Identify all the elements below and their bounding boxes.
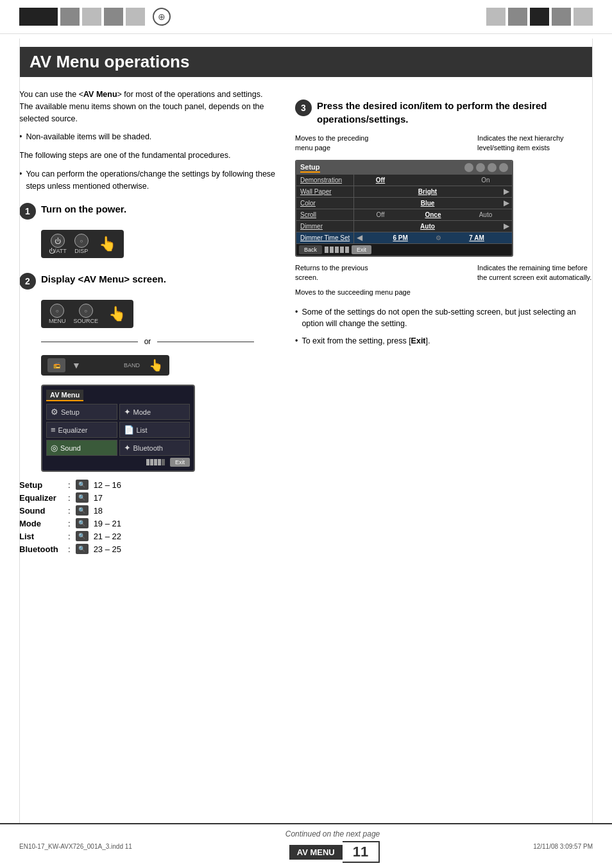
setup-values-dimmer: Auto ▶ (354, 221, 512, 232)
setup-val-bright: Bright (354, 186, 501, 197)
ref-sound-pages: 18 (94, 506, 103, 516)
power-button-demo: ⏻ ⏻/ATT ○ DISP 👆 (41, 230, 124, 258)
step1-title: Turn on the power. (41, 202, 126, 216)
setup-label-dimmer-time: Dimmer Time Set (296, 232, 354, 243)
ref-row-setup: Setup : 🔍 12 – 16 (19, 480, 276, 490)
av-menu-mode-label: Mode (133, 408, 151, 416)
ref-row-mode: Mode : 🔍 19 – 21 (19, 518, 276, 528)
setup-values-wallpaper: Bright ▶ (354, 186, 512, 197)
page-title: AV Menu operations (19, 47, 593, 77)
disp-label: DISP (74, 248, 88, 254)
setup-row-wallpaper: Wall Paper Bright ▶ (296, 186, 512, 198)
setup-label-scroll: Scroll (296, 209, 354, 220)
setup-row-demonstration: Demonstration Off On (296, 175, 512, 186)
bar-block-8 (530, 8, 549, 26)
disp-button: ○ DISP (74, 234, 89, 254)
setup-label-wallpaper: Wall Paper (296, 186, 354, 197)
setup-icon-2 (476, 163, 485, 172)
step3-heading: 3 Press the desired icon/item to perform… (295, 99, 593, 126)
menu-button: ○ MENU (49, 304, 66, 324)
setup-val-auto: Auto (354, 221, 501, 232)
av-menu-grid: ⚙ Setup ✦ Mode ≡ Equalizer 📄 List (46, 404, 190, 456)
setup-bottom-bar: Back Exit (296, 244, 512, 256)
menu-circle: ○ (50, 304, 64, 318)
setup-val-clock: ⚙ (436, 234, 441, 241)
setup-menu-screenshot: Setup Demonstration Off On (295, 160, 513, 257)
av-menu-setup-label: Setup (61, 408, 80, 416)
step3-number: 3 (295, 100, 312, 116)
source-button: ○ SOURCE (74, 304, 99, 324)
ref-list-pages: 21 – 22 (94, 532, 121, 541)
annotation-bottom-right: Indicates the remaining time before the … (477, 263, 593, 283)
bar-block-10 (574, 8, 593, 26)
ref-equalizer-label: Equalizer (19, 493, 64, 503)
top-decorative-bar: ⊕ (0, 0, 612, 34)
page-label: AV MENU (289, 845, 343, 860)
continued-text: Continued on the next page (285, 829, 380, 838)
setup-arrow-back: ◀ (354, 233, 365, 242)
ref-bluetooth-pages: 23 – 25 (94, 544, 121, 554)
ref-sound-icon: 🔍 (76, 505, 89, 516)
progress-indicator (325, 247, 349, 253)
bar-block-1 (19, 8, 58, 26)
ref-bluetooth-icon: 🔍 (76, 544, 89, 554)
setup-label-demonstration: Demonstration (296, 175, 354, 186)
ref-row-bluetooth: Bluetooth : 🔍 23 – 25 (19, 544, 276, 554)
exit-button: Exit (170, 458, 190, 467)
mode-icon: ✦ (124, 407, 131, 417)
reference-table: Setup : 🔍 12 – 16 Equalizer : 🔍 17 Sound… (19, 480, 276, 554)
setup-row-dimmer: Dimmer Auto ▶ (296, 221, 512, 232)
setup-arrow-dimmer: ▶ (501, 221, 512, 230)
av-menu-screenshot: AV Menu ⚙ Setup ✦ Mode ≡ Equalizer (41, 385, 195, 472)
av-menu-bluetooth-label: Bluetooth (133, 444, 163, 452)
setup-values-scroll: Off Once Auto (354, 209, 512, 220)
setup-val-off: Off (354, 175, 407, 186)
step2-heading: 2 Display <AV Menu> screen. (19, 272, 276, 290)
bottom-annotations: Returns to the previous screen. Indicate… (295, 263, 593, 283)
ref-setup-pages: 12 – 16 (94, 480, 121, 490)
power-att-circle: ⏻ (51, 234, 65, 248)
band-label: BAND (124, 362, 140, 369)
setup-row-dimmer-time: Dimmer Time Set ◀ 6 PM ⚙ 7 AM (296, 232, 512, 244)
radio-touch-demo: 📻 ▼ BAND 👆 (41, 355, 169, 376)
radio-arrow-icon: ▼ (72, 360, 81, 370)
ref-setup-icon: 🔍 (76, 480, 89, 490)
setup-values-dimmer-time: ◀ 6 PM ⚙ 7 AM (354, 232, 512, 243)
av-menu-equalizer: ≡ Equalizer (46, 422, 117, 438)
av-menu-bluetooth: ✦ Bluetooth (119, 440, 191, 456)
step2-number: 2 (19, 273, 36, 290)
radio-icon: 📻 (47, 358, 65, 372)
equalizer-icon: ≡ (51, 425, 56, 435)
av-menu-exit-bar: Exit (46, 458, 190, 467)
ref-equalizer-pages: 17 (94, 493, 103, 503)
bottom-bar: EN10-17_KW-AVX726_001A_3.indd 11 Continu… (0, 823, 612, 868)
top-annotations: Moves to the preceding menu page Indicat… (295, 134, 593, 153)
setup-arrow-color: ▶ (501, 198, 512, 207)
av-menu-mode: ✦ Mode (119, 404, 191, 420)
setup-icon-4 (499, 163, 508, 172)
ref-equalizer-icon: 🔍 (76, 492, 89, 503)
compass-icon: ⊕ (153, 8, 171, 26)
back-button: Back (299, 245, 322, 254)
setup-val-7am: 7 AM (441, 232, 512, 243)
setup-values-color: Blue ▶ (354, 198, 512, 209)
intro-paragraph-2: The following steps are one of the funda… (19, 150, 276, 162)
date-info: 12/11/08 3:09:57 PM (533, 843, 593, 850)
av-menu-sound: ◎ Sound (46, 440, 117, 456)
page-number-area: AV MENU 11 (289, 841, 380, 863)
step1-number: 1 (19, 203, 36, 220)
av-menu-equalizer-label: Equalizer (58, 426, 88, 434)
av-menu-title: AV Menu (46, 390, 83, 401)
source-label: SOURCE (74, 318, 99, 324)
annotation-top-left: Moves to the preceding menu page (295, 134, 385, 153)
list-icon: 📄 (124, 425, 134, 435)
disp-circle: ○ (74, 234, 89, 248)
setup-val-blue: Blue (354, 198, 501, 209)
setup-icon: ⚙ (51, 407, 58, 417)
file-info: EN10-17_KW-AVX726_001A_3.indd 11 (19, 843, 132, 850)
bar-block-2 (60, 8, 80, 26)
av-menu-setup: ⚙ Setup (46, 404, 117, 420)
ref-bluetooth-label: Bluetooth (19, 544, 64, 554)
step2-title: Display <AV Menu> screen. (41, 272, 166, 286)
setup-val-spacer (407, 178, 459, 182)
